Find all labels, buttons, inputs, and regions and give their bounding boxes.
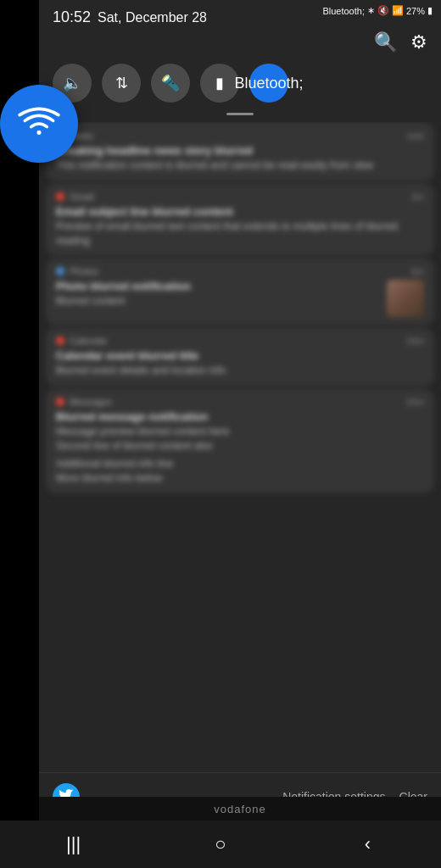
notif-app-name: Photos — [70, 266, 98, 276]
system-status-bar: Bluetooth; ∗ 🔇 📶 27% ▮ — [322, 5, 433, 16]
notif-body: Blurred event details and location info — [56, 364, 424, 378]
mute-icon-top: 🔇 — [377, 5, 389, 16]
bluetooth-toggle-icon: Bluetooth; — [234, 75, 303, 92]
notif-thumbnail — [387, 280, 424, 317]
wifi-icon — [17, 102, 61, 146]
notif-title: Breaking headline news story blurred — [56, 144, 424, 157]
notification-item[interactable]: Gmail 2m Email subject line blurred cont… — [46, 183, 434, 257]
nfc-icon: ▮ — [215, 74, 224, 92]
settings-gear-icon[interactable]: ⚙ — [410, 31, 427, 53]
notif-body: Preview of email blurred text content th… — [56, 220, 424, 248]
nav-back-button[interactable]: ‹ — [342, 827, 393, 861]
flashlight-toggle[interactable]: 🔦 — [151, 64, 190, 103]
carrier-bar: vodafone — [39, 797, 441, 821]
bluetooth-icon-top: ∗ — [367, 5, 375, 16]
panel-divider — [226, 113, 254, 115]
notif-time: 5m — [411, 266, 424, 276]
nav-home-button[interactable]: ○ — [195, 827, 246, 861]
notif-time: now — [407, 131, 424, 141]
notif-title: Email subject line blurred content — [56, 205, 424, 218]
quick-toggles-row: 🔈 ⇅ 🔦 ▮ Bluetooth; — [39, 60, 441, 113]
notif-body: Message preview blurred content hereSeco… — [56, 425, 424, 453]
notif-extra: Additional blurred info lineMore blurred… — [56, 457, 424, 486]
flashlight-icon: 🔦 — [161, 74, 180, 92]
notif-app-name: Messages — [70, 397, 112, 407]
mute-toggle-icon: 🔈 — [63, 74, 81, 92]
notification-item[interactable]: Calendar 10m Calendar event blurred titl… — [46, 327, 434, 387]
bottom-navigation: ||| ○ ‹ — [0, 821, 441, 868]
status-time: 10:52 — [53, 8, 91, 26]
notif-app-dot — [56, 398, 64, 406]
search-icon[interactable]: 🔍 — [374, 31, 397, 53]
notif-app-name: Calendar — [70, 336, 108, 346]
notif-app-dot — [56, 337, 64, 345]
home-icon: ○ — [215, 833, 226, 855]
notification-item[interactable]: Photos 5m Photo blurred notification Blu… — [46, 258, 434, 326]
nfc-toggle[interactable]: ▮ — [200, 64, 239, 103]
notif-app-dot — [56, 192, 64, 201]
battery-icon-top: 27% — [406, 6, 425, 16]
nav-recents-button[interactable]: ||| — [48, 827, 99, 861]
bluetooth-toggle[interactable]: Bluetooth; — [249, 64, 288, 103]
signal-icon-top: 📶 — [392, 5, 404, 16]
notifications-list: News now Breaking headline news story bl… — [39, 122, 441, 772]
notif-app-name: Gmail — [70, 192, 94, 202]
carrier-name: vodafone — [214, 803, 266, 815]
status-date: Sat, December 28 — [98, 10, 207, 25]
notif-app-dot — [56, 267, 64, 275]
recents-icon: ||| — [66, 833, 81, 855]
notif-time: 2m — [411, 192, 424, 202]
notif-title: Photo blurred notification — [56, 280, 380, 292]
bluetooth-status-icon: Bluetooth; — [322, 6, 365, 16]
back-icon: ‹ — [365, 833, 371, 855]
notification-panel: 10:52 Sat, December 28 🔍 ⚙ 🔈 ⇅ 🔦 ▮ Bluet… — [39, 0, 441, 821]
notif-body: Blurred content — [56, 294, 380, 309]
battery-indicator: ▮ — [427, 5, 433, 16]
notif-title: Blurred message notification — [56, 410, 424, 423]
notif-title: Calendar event blurred title — [56, 349, 424, 362]
notif-body: This notification content is blurred and… — [56, 159, 424, 173]
notif-time: 10m — [406, 336, 424, 346]
data-transfer-toggle[interactable]: ⇅ — [102, 64, 141, 103]
data-transfer-icon: ⇅ — [115, 74, 128, 92]
header-actions: 🔍 ⚙ — [39, 30, 441, 60]
notification-item[interactable]: News now Breaking headline news story bl… — [46, 122, 434, 181]
wifi-quick-tile[interactable] — [0, 85, 78, 163]
notification-item[interactable]: Messages 15m Blurred message notificatio… — [46, 388, 434, 493]
notif-time: 15m — [406, 397, 424, 407]
